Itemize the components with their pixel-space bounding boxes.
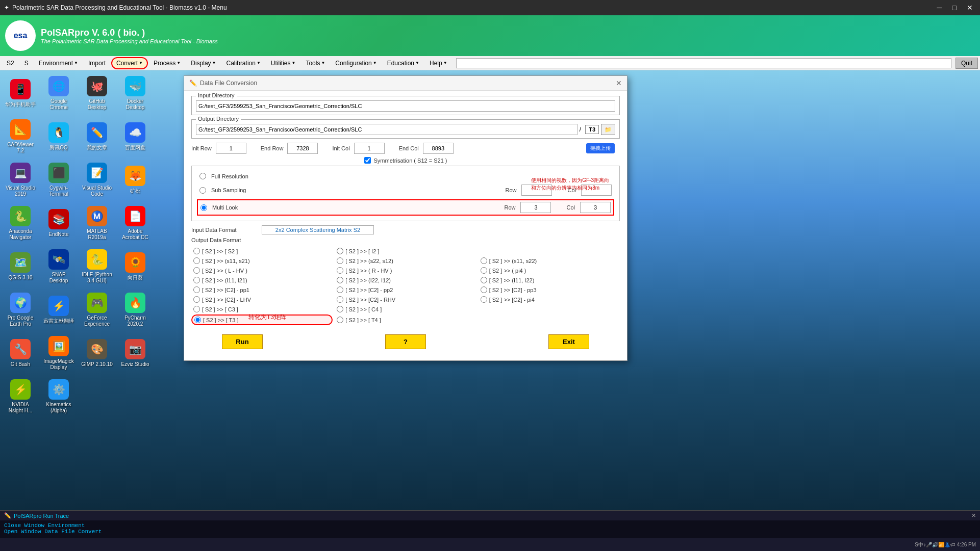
desktop-icon-ezviz-studio[interactable]: 📷Ezviz Studio [117,333,153,374]
format-s2-i11i21-radio[interactable] [193,277,200,283]
desktop-icon-github-desktop[interactable]: 🐙GitHub Desktop [79,73,115,114]
desktop-icon-visual-studio-2019[interactable]: 💻Visual Studio 2019 [3,160,38,200]
end-col-label: End Col [399,145,419,151]
multi-look-radio[interactable] [200,204,207,211]
dialog-window: ✏️ Data File Conversion ✕ Input Director… [184,75,627,361]
desktop-icon-pycharm-2020.2[interactable]: 🔥PyCharm 2020.2 [117,290,153,330]
desktop-icon-snap-desktop[interactable]: 🛰️SNAP Desktop [41,246,77,287]
format-s2-i11i22-radio[interactable] [481,277,487,283]
menu-s2[interactable]: S2 [2,58,19,69]
format-s2-s2-radio[interactable] [193,248,200,254]
end-row-input[interactable] [287,143,318,154]
desktop-icon-adobe-acrobat-dc[interactable]: 📄Adobe Acrobat DC [117,203,153,244]
desktop-icon-nvidia-nsight-h...[interactable]: ⚡NVIDIA Nsight H... [3,376,38,417]
menu-tools[interactable]: Tools ▼ [301,58,330,69]
run-button[interactable]: Run [222,334,263,349]
desktop-icon-矿松[interactable]: 🦊矿松 [117,160,153,200]
title-bar: ✦ Polarimetric SAR Data Processing and E… [0,0,980,15]
init-col-input[interactable] [354,143,385,154]
format-s2-c4-radio[interactable] [337,306,343,312]
output-dir-field[interactable] [196,124,577,135]
format-s2-rhv-radio[interactable] [337,267,343,274]
menu-education[interactable]: Education ▼ [383,58,424,69]
multi-row-input[interactable] [520,202,551,213]
dialog-title-left: ✏️ Data File Conversion [189,80,257,87]
desktop-icon-imagemagick-display[interactable]: 🖼️ImageMagick Display [41,333,77,374]
output-dir-legend: Output Directory [196,116,241,122]
format-s2-c2pi4-radio[interactable] [481,296,487,303]
desktop-icon-cadviewer-7.2[interactable]: 📐CADViewer 7.2 [3,116,38,157]
browse-output-button[interactable]: 📁 [601,124,615,135]
format-s2-s11s21-radio[interactable] [193,257,200,264]
dialog-close-button[interactable]: ✕ [616,79,622,87]
format-s2-lhv-radio[interactable] [193,267,200,274]
desktop-icon-label: Anaconda Navigator [5,228,36,241]
format-s2-c2pp1-radio[interactable] [193,286,200,293]
desktop-icon-gimp-2.10.10[interactable]: 🎨GIMP 2.10.10 [79,333,115,374]
format-s2-pi4-radio[interactable] [481,267,487,274]
multi-col-input[interactable] [580,202,611,213]
desktop-icon-华为手机助手[interactable]: 📱华为手机助手 [3,73,38,114]
format-s2-s22s12-radio[interactable] [337,257,343,264]
format-s2-t3-radio[interactable] [194,317,201,323]
search-input[interactable] [456,58,951,68]
format-s2-c2pp3-radio[interactable] [481,286,487,293]
desktop-icon-image: 🐧 [48,122,69,143]
desktop-icon-visual-studio-code[interactable]: 📝Visual Studio Code [79,160,115,200]
maximize-button[interactable]: □ [949,3,960,13]
end-col-input[interactable] [423,143,454,154]
menu-calibration[interactable]: Calibration ▼ [222,58,265,69]
format-s2-c2rhv-radio[interactable] [337,296,343,303]
menu-environment[interactable]: Environment ▼ [34,58,83,69]
menu-help[interactable]: Help ▼ [425,58,452,69]
symmetrisation-checkbox[interactable] [364,157,371,164]
desktop: 📱华为手机助手🌐Google Chrome🐙GitHub Desktop🐳Doc… [0,70,179,427]
desktop-icon-qgis-3.10[interactable]: 🗺️QGIS 3.10 [3,246,38,287]
desktop-icon-kinematics-(alpha)[interactable]: ⚙️Kinematics (Alpha) [41,376,77,417]
menu-import[interactable]: Import [84,58,110,69]
menu-display[interactable]: Display ▼ [186,58,220,69]
menu-process[interactable]: Process ▼ [149,58,185,69]
sub-sampling-radio[interactable] [199,187,206,194]
init-row-input[interactable] [216,143,246,154]
desktop-icon-anaconda-navigator[interactable]: 🐍Anaconda Navigator [3,203,38,244]
desktop-icon-matlab-r2019a[interactable]: Ⓜ️MATLAB R2019a [79,203,115,244]
run-trace-header: ✏️ PolSARpro Run Trace ✕ [0,511,980,520]
menu-convert[interactable]: Convert ▼ [111,57,148,69]
format-s2-i2-radio[interactable] [337,248,343,254]
input-dir-field[interactable] [196,100,615,112]
desktop-icon-idle-(python-3.4-gui)[interactable]: 🐍IDLE (Python 3.4 GUI) [79,246,115,287]
close-button[interactable]: ✕ [964,3,976,13]
exit-button[interactable]: Exit [548,334,589,349]
format-s2-c2lhv-radio[interactable] [193,296,200,303]
format-s2-t4-radio[interactable] [337,317,343,323]
desktop-icon-docker-desktop[interactable]: 🐳Docker Desktop [117,73,153,114]
desktop-icon-geforce-experience[interactable]: 🎮GeForce Experience [79,290,115,330]
quit-button[interactable]: Quit [956,58,978,69]
desktop-icon-腾讯qq[interactable]: 🐧腾讯QQ [41,116,77,157]
format-s2-i22i12-radio[interactable] [337,277,343,283]
format-s2-c3-radio[interactable] [193,306,200,312]
help-button[interactable]: ? [385,334,426,349]
menu-s[interactable]: S [20,58,33,69]
desktop-icon-迅雷文献翻译[interactable]: ⚡迅雷文献翻译 [41,290,77,330]
menu-utilities[interactable]: Utilities ▼ [266,58,300,69]
format-s2-s11s22-radio[interactable] [481,257,487,264]
desktop-icon-image: 🖼️ [48,336,69,356]
baidu-upload-button[interactable]: 拖拽上传 [586,143,615,153]
desktop-icon-image: ⚡ [10,379,31,400]
desktop-icon-向日葵[interactable]: 🌻向日葵 [117,246,153,287]
format-s2-c2pp2-radio[interactable] [337,286,343,293]
desktop-icon-我的文章[interactable]: ✏️我的文章 [79,116,115,157]
desktop-icon-百度网盘[interactable]: ☁️百度网盘 [117,116,153,157]
desktop-icon-endnote[interactable]: 📚EndNote [41,203,77,244]
desktop-icon-pro-google-earth-pro[interactable]: 🌍Pro Google Earth Pro [3,290,38,330]
run-trace-close[interactable]: ✕ [971,512,976,519]
desktop-icon-google-chrome[interactable]: 🌐Google Chrome [41,73,77,114]
desktop-icon-cygwin-terminal[interactable]: ⬛Cygwin-Terminal [41,160,77,200]
minimize-button[interactable]: ─ [934,3,945,13]
desktop-icon-git-bash[interactable]: 🔧Git Bash [3,333,38,374]
full-resolution-radio[interactable] [199,173,206,179]
app-title: PolSARpro V. 6.0 ( bio. ) The Polarimetr… [41,28,218,44]
menu-configuration[interactable]: Configuration ▼ [331,58,381,69]
